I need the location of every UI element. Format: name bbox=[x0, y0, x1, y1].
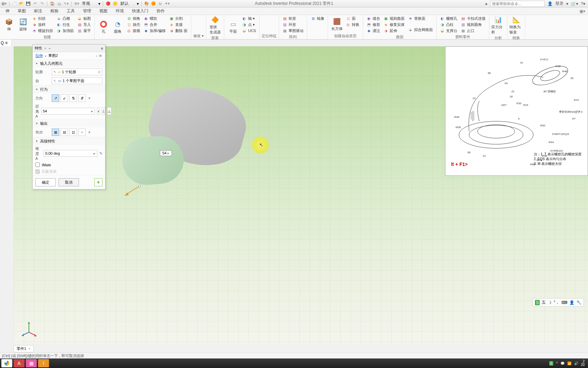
ribbon-分割[interactable]: ▣分割 bbox=[168, 16, 189, 21]
extent-distance-btn[interactable]: ⫞ bbox=[97, 107, 100, 115]
user-icon[interactable]: 👤 bbox=[548, 1, 553, 6]
bool-more-icon[interactable]: ▾ bbox=[87, 130, 91, 135]
direction-default-btn[interactable]: ↗ bbox=[52, 94, 59, 102]
doc-tab-close-icon[interactable]: × bbox=[28, 347, 30, 351]
tray-ime-icon[interactable]: S bbox=[549, 361, 554, 366]
material-dropdown[interactable]: 默认 bbox=[119, 1, 135, 6]
panel-cube-icon[interactable]: ▫ bbox=[96, 54, 97, 58]
help-icon[interactable]: ?▾ bbox=[581, 1, 585, 6]
bool-cut-btn[interactable]: ⊟ bbox=[61, 128, 68, 136]
ribbon-伸[interactable]: 📦伸 bbox=[2, 16, 16, 34]
tray-volume-icon[interactable]: 🔊 bbox=[574, 362, 578, 365]
ribbon-延伸[interactable]: ⬗延伸 bbox=[382, 28, 406, 34]
ribbon-删除 面[interactable]: ⬗删除 面 bbox=[168, 28, 189, 34]
taper-dropdown-icon[interactable]: ▸ bbox=[94, 151, 96, 156]
direction-more-icon[interactable]: ▾ bbox=[87, 96, 91, 101]
app-menu-icon[interactable]: ▦▾ bbox=[1, 1, 7, 6]
ribbon-修复实体[interactable]: ◈修复实体 bbox=[382, 22, 406, 28]
autocad-icon[interactable]: A bbox=[14, 359, 24, 367]
ribbon-抽壳[interactable]: ⊡抽壳 bbox=[125, 22, 142, 28]
ribbon-拔模[interactable]: ◎拔模 bbox=[125, 28, 142, 34]
tab-8[interactable]: 快速入门 bbox=[128, 7, 152, 15]
extent-through-btn[interactable]: ⊥ bbox=[107, 107, 111, 115]
taper-measure-icon[interactable]: ✎ bbox=[99, 151, 102, 156]
ribbon-倒角[interactable]: ⊟倒角 bbox=[125, 16, 142, 21]
cancel-button[interactable]: 取消 bbox=[59, 178, 79, 186]
ribbon-展平[interactable]: ▥展平 bbox=[76, 28, 92, 34]
section-header-behavior[interactable]: 行为 bbox=[33, 86, 105, 93]
ribbon-缝合[interactable]: ◉缝合 bbox=[365, 16, 381, 21]
ribbon-面[interactable]: ⊡面 bbox=[344, 16, 361, 21]
from-selector[interactable]: ↖ ▭ 1 个草图平面 bbox=[52, 77, 102, 84]
ribbon-转换为钣金[interactable]: 📐转换为钣金 bbox=[509, 16, 523, 35]
ribbon-形状生成器[interactable]: 🔶形状生成器 bbox=[208, 16, 222, 35]
new-icon[interactable]: 📄 bbox=[12, 1, 17, 6]
select-icon[interactable]: ↖▾ bbox=[63, 1, 69, 6]
ribbon-导入[interactable]: ▤导入 bbox=[76, 22, 92, 28]
clear-profile-icon[interactable]: ⊘ bbox=[98, 70, 101, 74]
inventor-icon[interactable]: I bbox=[38, 359, 49, 367]
ribbon-长方体[interactable]: 🟫长方体 bbox=[330, 16, 344, 33]
direction-asymmetric-btn[interactable]: ⇵ bbox=[78, 94, 86, 102]
tab-4[interactable]: 工具 bbox=[63, 7, 79, 15]
tray-date[interactable]: 20 bbox=[581, 363, 585, 367]
fx-icon[interactable]: fx bbox=[158, 1, 163, 6]
ribbon-螺纹[interactable]: ◉螺纹 bbox=[142, 16, 167, 21]
ime-badge-icon[interactable]: S bbox=[535, 300, 540, 305]
tab-9[interactable]: 协作 bbox=[152, 7, 169, 15]
ribbon-矩形[interactable]: ▤矩形 bbox=[281, 16, 305, 21]
ribbon-衍生[interactable]: ◐衍生 bbox=[55, 22, 75, 28]
tab-2[interactable]: 标注 bbox=[30, 7, 46, 15]
ribbon-扫掠[interactable]: ◈扫掠 bbox=[31, 16, 54, 21]
ribbon-转换[interactable]: ◎转换 bbox=[344, 22, 361, 28]
tab-6[interactable]: 视图 bbox=[95, 7, 112, 15]
ribbon-应力分析[interactable]: 📊应力分析 bbox=[491, 16, 505, 35]
open-icon[interactable]: 📂 bbox=[19, 1, 24, 6]
ribbon-卡扣式连接[interactable]: ▤卡扣式连接 bbox=[459, 16, 487, 21]
distance-dropdown-icon[interactable]: ▸ bbox=[91, 109, 93, 113]
ribbon-加强筋[interactable]: ◑加强筋 bbox=[55, 28, 75, 34]
tab-0[interactable]: 伸 bbox=[1, 7, 14, 15]
ribbon-替换面[interactable]: ⬘替换面 bbox=[407, 16, 434, 21]
imate-checkbox[interactable] bbox=[35, 163, 40, 167]
home-icon[interactable]: 🏠 bbox=[50, 1, 55, 6]
ribbon-collapse-icon[interactable]: ▣▾ bbox=[579, 9, 588, 14]
ribbon-平面[interactable]: ▭平面 bbox=[226, 16, 240, 39]
ime-mode[interactable]: 五 bbox=[542, 300, 546, 305]
ribbon-螺旋扫掠[interactable]: ⬘螺旋扫掠 bbox=[31, 28, 54, 34]
tree-icon[interactable]: 🗂 bbox=[56, 1, 62, 6]
ribbon-合并[interactable]: ⬒合并 bbox=[142, 22, 167, 28]
ribbon-旋转[interactable]: 🔄旋转 bbox=[16, 16, 30, 34]
undo-icon[interactable]: ↶ bbox=[32, 1, 38, 6]
dimension-input[interactable]: 54 ▸ bbox=[160, 150, 172, 156]
ribbon-灌注[interactable]: ◆灌注 bbox=[365, 28, 381, 34]
taper-input[interactable] bbox=[45, 151, 92, 156]
browser-list-icon[interactable]: ≡ bbox=[5, 41, 7, 45]
material-icon[interactable]: ⊚▾ bbox=[74, 1, 79, 6]
extent-to-btn[interactable]: ⟘ bbox=[102, 107, 105, 115]
ribbon-凸柱[interactable]: ◑凸柱 bbox=[439, 22, 459, 28]
login-link[interactable]: 登录 bbox=[555, 1, 564, 6]
distance-input[interactable] bbox=[43, 108, 90, 114]
ribbon-点 ▾[interactable]: ◑点 ▾ bbox=[241, 22, 257, 28]
ime-person-icon[interactable]: 👤 bbox=[569, 300, 574, 305]
ribbon-支撑台[interactable]: ◒支撑台 bbox=[439, 28, 459, 34]
cart-icon[interactable]: 🛒▾ bbox=[571, 1, 578, 6]
direction-flip-btn[interactable]: ↙ bbox=[61, 94, 68, 102]
tray-action-icon[interactable]: 💬 bbox=[560, 362, 565, 365]
ribbon-镜像[interactable]: ⊞镜像 bbox=[309, 16, 326, 21]
chrome-icon[interactable] bbox=[1, 359, 12, 367]
ime-dot-icon[interactable]: °， bbox=[554, 300, 559, 305]
tray-wifi-icon[interactable]: 📶 bbox=[567, 362, 571, 365]
ribbon-栅格孔[interactable]: ◐栅格孔 bbox=[439, 16, 459, 21]
doc-tab-active[interactable]: 零件1 × bbox=[14, 345, 34, 352]
style-dropdown[interactable]: 常规 bbox=[81, 1, 97, 6]
section-header-advanced[interactable]: 高级特性 bbox=[33, 137, 105, 145]
ribbon-凸雕[interactable]: ⬙凸雕 bbox=[55, 16, 75, 21]
panel-add-tab-icon[interactable]: + bbox=[48, 46, 50, 50]
ribbon-加厚/偏移[interactable]: ◆加厚/偏移 bbox=[142, 28, 167, 34]
appearance2-icon[interactable]: 🟠 bbox=[151, 1, 156, 6]
tab-5[interactable]: 管理 bbox=[79, 7, 95, 15]
bool-intersect-btn[interactable]: ⊡ bbox=[69, 128, 77, 136]
bool-newsolid-btn[interactable]: ▫ bbox=[78, 128, 86, 136]
